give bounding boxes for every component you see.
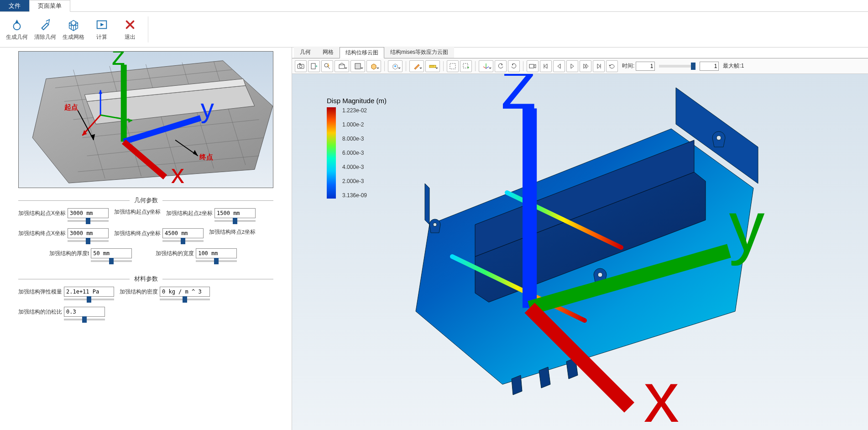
camera-icon[interactable] [295, 60, 307, 72]
gen-mesh-button[interactable]: 生成网格 [61, 15, 86, 44]
export-icon[interactable] [308, 60, 320, 72]
play-icon[interactable] [566, 60, 578, 72]
frame-slider[interactable] [659, 65, 695, 68]
gen-geom-label: 生成几何 [6, 33, 28, 41]
svg-point-33 [299, 65, 302, 68]
gen-geom-button[interactable]: 生成几何 [5, 15, 29, 44]
tab-page-menu[interactable]: 页面菜单 [29, 0, 70, 12]
select-plus-icon[interactable] [460, 60, 472, 72]
svg-point-42 [394, 65, 396, 67]
svg-line-30 [124, 142, 165, 177]
separator [443, 61, 444, 71]
svg-text:z: z [501, 74, 537, 124]
axes-mode-icon[interactable] [479, 60, 493, 72]
tab-mesh[interactable]: 网格 [317, 47, 340, 58]
thickness-input[interactable] [91, 248, 132, 258]
view-tabs: 几何 网格 结构位移云图 结构mises等效应力云图 [292, 47, 868, 58]
start-z-label: 加强结构起点z坐标 [166, 210, 213, 217]
svg-text:y: y [729, 187, 764, 266]
rotate-cw-icon[interactable] [508, 60, 520, 72]
geometry-params-legend: 几何参数 [130, 196, 162, 205]
start-z-slider[interactable] [214, 220, 256, 222]
svg-point-0 [14, 23, 21, 30]
thickness-label: 加强结构的厚度t [49, 250, 89, 257]
right-panel: 几何 网格 结构位移云图 结构mises等效应力云图 [292, 47, 868, 430]
start-y-label: 加强结构起点y坐标 [114, 208, 161, 216]
exit-button[interactable]: 退出 [118, 15, 142, 44]
start-z-input[interactable] [214, 208, 256, 218]
separator [384, 61, 385, 71]
start-x-slider[interactable] [68, 220, 109, 222]
color-by-icon[interactable] [388, 60, 403, 72]
ribbon-separator [148, 16, 148, 42]
modulus-input[interactable] [64, 287, 114, 297]
svg-rect-38 [339, 65, 345, 68]
poisson-label: 加强结构的泊松比 [18, 308, 62, 316]
density-slider[interactable] [160, 299, 210, 300]
ruler-icon[interactable] [425, 60, 440, 72]
svg-rect-47 [450, 63, 455, 69]
gen-mesh-label: 生成网格 [63, 33, 84, 41]
svg-rect-48 [463, 63, 468, 68]
prev-frame-icon[interactable] [553, 60, 565, 72]
geometry-params-group: 几何参数 加强结构起点X坐标 加强结构起点y坐标 加强结构起点z坐标 [18, 196, 273, 268]
poisson-input[interactable] [64, 307, 105, 317]
next-frame-icon[interactable] [580, 60, 591, 72]
geometry-preview[interactable]: 起点 终点 z y x [18, 51, 273, 188]
first-frame-icon[interactable] [540, 60, 552, 72]
svg-text:x: x [643, 357, 679, 422]
ribbon: 生成几何 清除几何 生成网格 计算 退出 [0, 12, 868, 47]
max-frame-label: 最大帧:1 [723, 62, 744, 70]
frame-end-input[interactable] [700, 62, 719, 71]
brush-icon[interactable] [409, 60, 424, 72]
select-box-icon[interactable] [447, 60, 459, 72]
density-input[interactable] [160, 287, 210, 297]
poisson-slider[interactable] [64, 319, 105, 320]
frame-start-input[interactable] [636, 62, 655, 71]
thickness-slider[interactable] [91, 260, 132, 262]
svg-rect-43 [429, 65, 436, 68]
width-slider[interactable] [196, 260, 237, 262]
start-x-input[interactable] [68, 208, 109, 218]
zoom-lightning-icon[interactable] [321, 60, 333, 72]
compute-label: 计算 [96, 33, 107, 41]
svg-text:z: z [112, 51, 125, 70]
tab-file[interactable]: 文件 [0, 0, 29, 11]
tab-displacement[interactable]: 结构位移云图 [340, 47, 384, 58]
tab-mises[interactable]: 结构mises等效应力云图 [384, 47, 454, 58]
end-y-label: 加强结构终点y坐标 [114, 230, 161, 237]
representation-icon[interactable] [366, 60, 381, 72]
start-x-label: 加强结构起点X坐标 [18, 210, 66, 217]
result-viewport[interactable]: Disp Magnitude (m) 1.223e-02 1.000e-2 8.… [292, 74, 868, 430]
compute-button[interactable]: 计算 [89, 15, 114, 44]
preview-triad-icon: z y x [23, 51, 273, 183]
tab-geometry[interactable]: 几何 [294, 47, 317, 58]
shade-mode-icon[interactable] [350, 60, 365, 72]
movie-icon[interactable] [527, 60, 539, 72]
end-x-input[interactable] [68, 228, 109, 238]
end-x-label: 加强结构终点X坐标 [18, 230, 66, 237]
svg-rect-41 [355, 63, 361, 69]
width-input[interactable] [196, 248, 237, 258]
loop-icon[interactable] [606, 60, 618, 72]
clear-geom-button[interactable]: 清除几何 [33, 15, 58, 44]
time-label: 时间: [622, 62, 634, 70]
svg-line-40 [342, 63, 345, 65]
svg-text:y: y [201, 94, 214, 123]
modulus-label: 加强结构弹性模量 [18, 288, 62, 296]
end-z-label: 加强结构终点z坐标 [209, 228, 256, 236]
view-reset-icon[interactable] [335, 60, 349, 72]
material-params-group: 材料参数 加强结构弹性模量 加强结构的密度 加强结构的泊松比 [18, 275, 273, 327]
end-y-input[interactable] [162, 228, 204, 238]
svg-line-73 [530, 251, 729, 308]
separator [475, 61, 476, 71]
separator [523, 61, 523, 71]
svg-line-75 [530, 308, 629, 407]
svg-rect-35 [311, 63, 315, 69]
separator [406, 61, 406, 71]
end-x-slider[interactable] [68, 240, 109, 242]
rotate-ccw-icon[interactable] [495, 60, 507, 72]
last-frame-icon[interactable] [593, 60, 605, 72]
end-y-slider[interactable] [162, 240, 204, 242]
modulus-slider[interactable] [64, 299, 114, 300]
